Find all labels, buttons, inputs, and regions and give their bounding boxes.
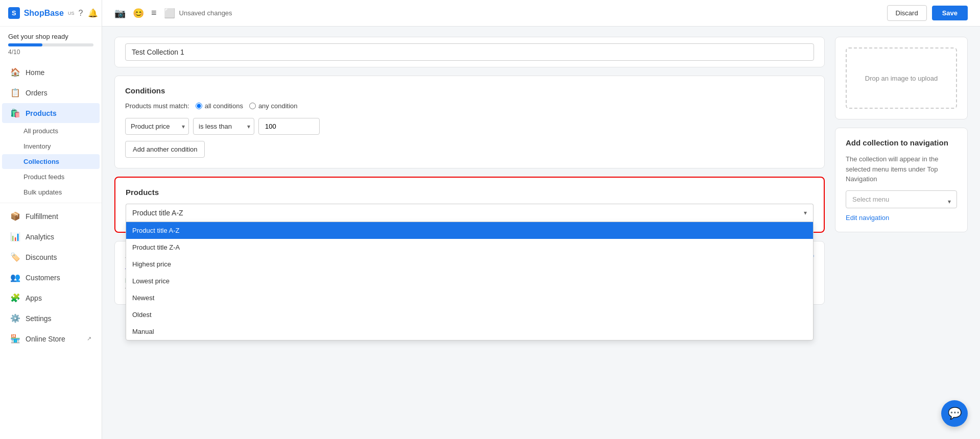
sidebar-item-online-store-label: Online Store	[26, 335, 65, 343]
sort-option-oldest[interactable]: Oldest	[126, 306, 813, 323]
content-area: Conditions Products must match: all cond…	[102, 27, 980, 315]
conditions-match-row: Products must match: all conditions any …	[125, 102, 814, 110]
sidebar-item-home-label: Home	[26, 68, 44, 77]
nav-divider-1	[0, 203, 102, 203]
sidebar-item-discounts[interactable]: 🏷️ Discounts	[2, 247, 100, 267]
sidebar-item-discounts-label: Discounts	[26, 253, 57, 261]
logo-sup: US	[68, 11, 75, 16]
sidebar-item-all-products[interactable]: All products	[2, 124, 100, 138]
sidebar-item-fulfillment[interactable]: 📦 Fulfillment	[2, 206, 100, 226]
main-content: 📷 😊 ≡ ⬜ Unsaved changes Discard Save Con…	[102, 0, 980, 439]
any-condition-radio-label[interactable]: any condition	[249, 102, 298, 110]
sidebar-item-orders-label: Orders	[26, 89, 47, 97]
sidebar-item-products[interactable]: 🛍️ Products	[2, 103, 100, 123]
sidebar-header-icons: ? 🔔	[78, 8, 98, 18]
content-side: Drop an image to upload Add collection t…	[835, 37, 968, 305]
all-conditions-radio[interactable]	[196, 103, 202, 109]
sort-option-title-az[interactable]: Product title A-Z	[126, 222, 813, 239]
progress-label: 4/10	[8, 48, 93, 56]
sort-option-lowest-price[interactable]: Lowest price	[126, 273, 813, 289]
sidebar-logo: S ShopBase US ? 🔔	[0, 0, 102, 27]
sidebar-item-bulk-updates[interactable]: Bulk updates	[2, 185, 100, 200]
progress-bar-fill	[8, 43, 42, 46]
sidebar-item-apps-label: Apps	[26, 294, 42, 302]
all-products-label: All products	[23, 127, 58, 135]
products-icon: 🛍️	[10, 108, 20, 118]
sidebar-item-home[interactable]: 🏠 Home	[2, 62, 100, 82]
progress-bar-bg	[8, 43, 93, 46]
all-conditions-radio-label[interactable]: all conditions	[196, 102, 243, 110]
orders-icon: 📋	[10, 88, 20, 97]
sidebar-item-analytics[interactable]: 📊 Analytics	[2, 227, 100, 247]
products-sort-wrapper: Product title A-Z ▾ Product title A-Z Pr…	[126, 204, 814, 222]
sidebar-item-customers-label: Customers	[26, 274, 60, 282]
logo-text: ShopBase	[24, 9, 64, 18]
image-upload-area[interactable]: Drop an image to upload	[846, 47, 957, 109]
home-icon: 🏠	[10, 67, 20, 77]
sidebar-item-customers[interactable]: 👥 Customers	[2, 267, 100, 287]
any-condition-radio[interactable]	[249, 103, 256, 109]
unsaved-label: Unsaved changes	[179, 9, 232, 17]
add-condition-button[interactable]: Add another condition	[125, 141, 205, 158]
all-conditions-label: all conditions	[205, 102, 243, 110]
discard-button[interactable]: Discard	[887, 5, 927, 21]
sidebar-item-inventory[interactable]: Inventory	[2, 139, 100, 154]
sort-option-highest-price[interactable]: Highest price	[126, 256, 813, 273]
sidebar-item-online-store[interactable]: 🏪 Online Store ↗	[2, 329, 100, 349]
sort-option-manual[interactable]: Manual	[126, 323, 813, 340]
chat-button[interactable]: 💬	[941, 400, 968, 427]
sidebar-item-fulfillment-label: Fulfillment	[26, 212, 58, 221]
collection-name-input[interactable]	[125, 43, 814, 61]
save-button[interactable]: Save	[932, 6, 968, 20]
apps-icon: 🧩	[10, 293, 20, 303]
inventory-label: Inventory	[23, 142, 51, 150]
condition-field-wrapper: Product price Product title Product type…	[125, 118, 189, 135]
grid-icon[interactable]: ⬜	[164, 8, 175, 19]
sidebar: S ShopBase US ? 🔔 Get your shop ready 4/…	[0, 0, 102, 439]
condition-operator-select[interactable]: is less than is greater than is equal to	[193, 118, 254, 135]
analytics-icon: 📊	[10, 232, 20, 241]
bulk-updates-label: Bulk updates	[23, 188, 62, 196]
sidebar-item-settings-label: Settings	[26, 314, 52, 323]
sidebar-nav: 🏠 Home 📋 Orders 🛍️ Products All products…	[0, 62, 102, 349]
select-menu-input[interactable]: Select menu	[846, 190, 957, 208]
discounts-icon: 🏷️	[10, 252, 20, 262]
notification-icon[interactable]: 🔔	[88, 8, 98, 18]
settings-icon: ⚙️	[10, 313, 20, 323]
sidebar-item-orders[interactable]: 📋 Orders	[2, 83, 100, 103]
sort-chevron-down-icon: ▾	[804, 209, 807, 216]
menu-icon[interactable]: ≡	[151, 8, 157, 18]
products-sort-dropdown: Product title A-Z Product title Z-A High…	[126, 222, 814, 340]
shop-ready-section: Get your shop ready 4/10	[0, 27, 102, 62]
sort-option-title-za[interactable]: Product title Z-A	[126, 239, 813, 256]
condition-value-input[interactable]	[258, 118, 320, 135]
emoji-icon[interactable]: 😊	[133, 8, 144, 19]
products-sort-select[interactable]: Product title A-Z ▾	[126, 204, 814, 222]
image-upload-label: Drop an image to upload	[865, 75, 938, 82]
external-link-icon: ↗	[87, 335, 91, 342]
content-main: Conditions Products must match: all cond…	[114, 37, 825, 305]
sidebar-item-analytics-label: Analytics	[26, 233, 54, 241]
sidebar-item-products-label: Products	[26, 109, 57, 117]
product-feeds-label: Product feeds	[23, 173, 64, 181]
products-title: Products	[126, 188, 814, 197]
help-icon[interactable]: ?	[78, 8, 83, 18]
any-condition-label: any condition	[258, 102, 298, 110]
camera-icon[interactable]: 📷	[114, 8, 126, 19]
sidebar-item-product-feeds[interactable]: Product feeds	[2, 169, 100, 184]
edit-navigation-link[interactable]: Edit navigation	[846, 214, 889, 222]
condition-operator-wrapper: is less than is greater than is equal to	[193, 118, 254, 135]
image-upload-card: Drop an image to upload	[835, 37, 968, 119]
topbar-icons: 📷 😊 ≡ ⬜	[114, 8, 175, 19]
online-store-icon: 🏪	[10, 334, 20, 344]
products-section: Products Product title A-Z ▾ Product tit…	[114, 177, 825, 233]
sidebar-item-apps[interactable]: 🧩 Apps	[2, 288, 100, 308]
sidebar-item-settings[interactable]: ⚙️ Settings	[2, 308, 100, 328]
products-sort-value: Product title A-Z	[132, 209, 183, 217]
conditions-card: Conditions Products must match: all cond…	[114, 76, 825, 168]
sidebar-item-collections[interactable]: Collections	[2, 154, 100, 169]
sort-option-newest[interactable]: Newest	[126, 289, 813, 306]
collection-name-card	[114, 37, 825, 67]
condition-field-select[interactable]: Product price Product title Product type…	[125, 118, 189, 135]
conditions-title: Conditions	[125, 86, 814, 95]
